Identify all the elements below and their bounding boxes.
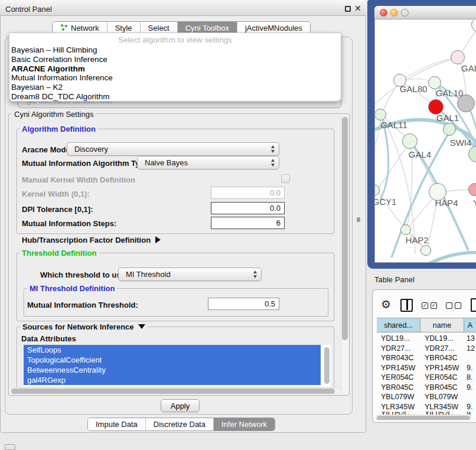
table-cell[interactable]: YBL079W <box>377 393 420 401</box>
column-header-shared-name[interactable]: shared... <box>377 318 420 332</box>
maximize-traffic-light-icon[interactable] <box>401 9 409 17</box>
hub-definition-toggle[interactable]: Hub/Transcription Factor Definition <box>22 236 161 244</box>
table-cell[interactable]: YER054C <box>377 373 420 381</box>
table-cell[interactable]: YBR045C <box>377 383 420 392</box>
unchecked-box-icon[interactable] <box>446 302 452 309</box>
dpi-tolerance-field[interactable] <box>211 202 285 214</box>
table-cell[interactable]: 9. <box>464 364 476 372</box>
table-cell[interactable]: 9. <box>464 403 476 411</box>
float-window-icon[interactable] <box>345 6 351 12</box>
attribute-list-item-selected[interactable]: TopologicalCoefficient <box>24 355 321 365</box>
sources-toggle[interactable]: Sources for Network Inference <box>20 322 148 331</box>
table-row[interactable]: YLR345WYLR345W9. <box>377 402 476 412</box>
which-threshold-value: MI Threshold <box>126 270 171 279</box>
aracne-mode-label: Aracne Mode: <box>22 145 73 154</box>
gear-icon[interactable]: ⚙ <box>381 298 391 311</box>
table-cell[interactable]: YDR27... <box>420 344 464 353</box>
algorithm-option[interactable]: Bayesian – Hill Climbing <box>9 45 341 55</box>
algorithm-option[interactable]: Bayesian – K2 <box>9 83 341 92</box>
table-cell[interactable]: YDR27... <box>377 344 420 353</box>
network-canvas[interactable]: GALGAL80GAL10GAL1GAL11SWI4GAL4GCY1HAP4YH… <box>375 20 476 262</box>
settings-vscroll-thumb[interactable] <box>342 117 348 340</box>
tab-discretize-data[interactable]: Discretize Data <box>146 418 214 431</box>
algorithm-dropdown-items: Bayesian – Hill ClimbingBasic Correlatio… <box>9 45 341 102</box>
column-header-name[interactable]: name <box>420 318 464 332</box>
table-cell[interactable]: 12 <box>464 344 476 353</box>
table-row[interactable]: YBL079WYBL079W <box>377 392 476 402</box>
export-table-icon[interactable] <box>471 298 476 312</box>
network-node[interactable] <box>420 245 431 256</box>
mi-threshold-field[interactable] <box>208 298 279 310</box>
network-node[interactable] <box>451 50 465 64</box>
table-cell[interactable]: 13 <box>464 334 476 343</box>
attribute-list-item-selected[interactable]: gal4RGexp <box>24 375 321 385</box>
combo-spinner-icon <box>253 270 257 278</box>
table-cell[interactable]: 8. <box>464 373 476 381</box>
table-hscroll-thumb[interactable] <box>377 416 470 420</box>
which-threshold-combobox[interactable]: MI Threshold <box>118 268 262 281</box>
table-cell[interactable]: 9. <box>464 383 476 392</box>
mi-type-combobox[interactable]: Naive Bayes <box>137 156 279 169</box>
minimize-traffic-light-icon[interactable] <box>390 9 398 17</box>
network-node-label: GAL10 <box>436 88 464 98</box>
algorithm-option[interactable]: ARACNE Algorithm <box>9 64 341 74</box>
table-row[interactable]: YDL19...YDL19...13 <box>377 334 476 344</box>
tab-label: Select <box>148 24 169 32</box>
close-icon[interactable]: ✕ <box>354 4 361 13</box>
table-cell[interactable]: YPR145W <box>420 364 464 372</box>
checked-box-icon[interactable]: ✓ <box>431 302 437 309</box>
expand-arrow-icon <box>155 236 161 243</box>
tab-infer-network[interactable]: Infer Network <box>214 418 275 431</box>
table-row[interactable]: YPR145WYPR145W9. <box>377 363 476 373</box>
network-node[interactable] <box>443 123 456 136</box>
split-columns-icon[interactable] <box>400 299 413 312</box>
panel-splitter-handle[interactable] <box>357 217 360 222</box>
network-node[interactable] <box>428 76 441 89</box>
table-row[interactable]: YDR27...YDR27...12 <box>377 344 476 354</box>
settings-hscroll-thumb[interactable] <box>11 389 335 394</box>
table-cell[interactable]: YBR045C <box>420 383 464 392</box>
dock-panel-button[interactable] <box>5 444 15 450</box>
data-attributes-list[interactable]: SelfLoopsTopologicalCoefficientBetweenne… <box>24 345 331 387</box>
table-row[interactable]: YBR045CYBR045C9. <box>377 383 476 393</box>
table-row[interactable]: YBR043CYBR043C <box>377 353 476 363</box>
table-cell[interactable]: YBL079W <box>420 393 464 401</box>
sources-title: Sources for Network Inference <box>22 322 134 331</box>
aracne-mode-combobox[interactable]: Discovery <box>67 142 279 156</box>
table-cell[interactable]: YBR043C <box>377 354 420 362</box>
bottom-tabbar: Impute Data Discretize Data Infer Networ… <box>87 418 275 431</box>
table-cell[interactable]: YDL19... <box>420 334 464 343</box>
kernel-width-field[interactable] <box>211 187 285 199</box>
close-traffic-light-icon[interactable] <box>380 9 387 17</box>
unchecked-box-icon[interactable] <box>455 302 461 309</box>
table-cell[interactable]: YLR345W <box>377 403 420 411</box>
table-cell[interactable]: YBR043C <box>420 354 464 362</box>
mi-steps-label: Mutual Information Steps: <box>22 219 116 228</box>
mi-steps-field[interactable] <box>211 217 285 229</box>
table-row[interactable]: YER054CYER054C8. <box>377 373 476 383</box>
which-threshold-label: Which threshold to use: <box>40 270 128 279</box>
manual-kernel-label: Manual Kernel Width Definition <box>22 175 135 184</box>
table-panel-title: Table Panel <box>374 275 415 284</box>
checked-box-icon[interactable]: ✓ <box>422 302 428 309</box>
algorithm-dropdown-popup: Select algorithm to view settings Bayesi… <box>9 32 341 102</box>
network-window-titlebar[interactable] <box>374 6 476 19</box>
column-header-partial[interactable]: A <box>464 318 476 332</box>
tab-impute-data[interactable]: Impute Data <box>88 418 146 431</box>
attribute-list-scrollbar[interactable] <box>324 347 330 384</box>
table-cell[interactable]: YER054C <box>420 373 464 381</box>
table-cell[interactable]: YDL19... <box>377 334 420 343</box>
algorithm-option[interactable]: Basic Correlation Inference <box>9 55 341 64</box>
apply-button[interactable]: Apply <box>161 399 200 412</box>
attribute-list-item-selected[interactable]: SelfLoops <box>24 345 321 355</box>
algorithm-option[interactable]: Dream8 DC_TDC Algorithm <box>9 92 341 102</box>
attribute-list-item-selected[interactable]: BetweennessCentrality <box>24 365 321 375</box>
network-node[interactable] <box>375 109 386 120</box>
algorithm-option[interactable]: Mutual Information Inference <box>9 73 341 83</box>
network-node[interactable] <box>402 133 418 149</box>
combo-spinner-icon <box>271 159 275 167</box>
manual-kernel-checkbox[interactable] <box>281 174 290 183</box>
table-cell[interactable]: YPR145W <box>377 364 420 372</box>
network-node[interactable] <box>400 224 411 235</box>
table-cell[interactable]: YLR345W <box>420 403 464 411</box>
